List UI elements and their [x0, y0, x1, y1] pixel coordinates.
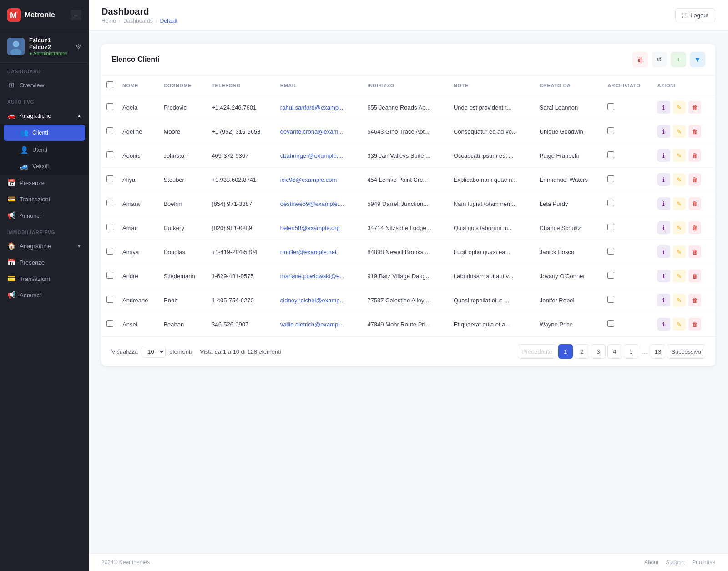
cell-archiviato — [603, 216, 652, 240]
edit-button[interactable]: ✎ — [673, 221, 686, 234]
sidebar-toggle-button[interactable]: ← — [71, 10, 81, 20]
refresh-button[interactable]: ↺ — [652, 52, 667, 67]
edit-button[interactable]: ✎ — [673, 197, 686, 210]
overview-icon: ⊞ — [7, 81, 15, 89]
sidebar-item-veicoli[interactable]: 🚙 Veicoli — [0, 158, 89, 175]
archived-checkbox[interactable] — [607, 272, 614, 279]
row-checkbox[interactable] — [106, 103, 113, 110]
breadcrumb-sep1: › — [119, 18, 121, 24]
sidebar-item-utenti[interactable]: 👤 Utenti — [0, 142, 89, 158]
row-checkbox[interactable] — [106, 151, 113, 158]
row-checkbox[interactable] — [106, 127, 113, 134]
sidebar-item-anagrafiche-imm[interactable]: 🏠 Anagrafiche ▼ — [0, 238, 89, 254]
delete-row-button[interactable]: 🗑 — [688, 270, 701, 282]
sidebar-item-label: Clienti — [32, 130, 48, 136]
row-checkbox[interactable] — [106, 224, 113, 230]
edit-button[interactable]: ✎ — [673, 173, 686, 186]
cell-checkbox — [101, 144, 118, 168]
info-button[interactable]: ℹ — [657, 197, 670, 210]
edit-button[interactable]: ✎ — [673, 101, 686, 114]
info-button[interactable]: ℹ — [657, 101, 670, 114]
delete-row-button[interactable]: 🗑 — [688, 101, 701, 114]
sidebar-item-annunci-imm[interactable]: 📢 Annunci — [0, 287, 89, 303]
archived-checkbox[interactable] — [607, 200, 614, 206]
archived-checkbox[interactable] — [607, 151, 614, 158]
sidebar-item-transazioni-auto[interactable]: 💳 Transazioni — [0, 191, 89, 207]
breadcrumb-dashboards[interactable]: Dashboards — [123, 18, 153, 24]
sidebar-item-transazioni-imm[interactable]: 💳 Transazioni — [0, 270, 89, 287]
info-button[interactable]: ℹ — [657, 173, 670, 186]
info-button[interactable]: ℹ — [657, 245, 670, 258]
footer-link-purchase[interactable]: Purchase — [692, 559, 715, 566]
cell-cognome: Beahan — [159, 312, 207, 336]
archived-checkbox[interactable] — [607, 103, 614, 110]
filter-button[interactable]: ▼ — [690, 52, 705, 67]
page-4-button[interactable]: 4 — [607, 344, 622, 359]
edit-button[interactable]: ✎ — [673, 125, 686, 138]
sidebar-item-clienti[interactable]: 👥 Clienti — [4, 125, 85, 141]
row-checkbox[interactable] — [106, 200, 113, 206]
sidebar-item-overview[interactable]: ⊞ Overview — [0, 77, 89, 93]
row-checkbox[interactable] — [106, 296, 113, 303]
calendar-icon: 📅 — [7, 179, 15, 187]
gear-icon[interactable]: ⚙ — [76, 43, 81, 50]
cell-archiviato — [603, 264, 652, 288]
page-dots: ... — [640, 348, 649, 355]
cell-telefono: (820) 981-0289 — [207, 216, 276, 240]
row-checkbox[interactable] — [106, 320, 113, 327]
add-button[interactable]: + — [671, 52, 686, 67]
archived-checkbox[interactable] — [607, 320, 614, 327]
sidebar-item-anagrafiche-auto[interactable]: 🚗 Anagrafiche ▲ — [0, 107, 89, 124]
breadcrumb-home[interactable]: Home — [101, 18, 116, 24]
info-button[interactable]: ℹ — [657, 294, 670, 306]
cell-archiviato — [603, 312, 652, 336]
info-button[interactable]: ℹ — [657, 221, 670, 234]
edit-button[interactable]: ✎ — [673, 245, 686, 258]
cell-archiviato — [603, 144, 652, 168]
archived-checkbox[interactable] — [607, 127, 614, 134]
delete-row-button[interactable]: 🗑 — [688, 197, 701, 210]
page-3-button[interactable]: 3 — [591, 344, 606, 359]
row-checkbox[interactable] — [106, 175, 113, 182]
delete-row-button[interactable]: 🗑 — [688, 221, 701, 234]
sidebar-item-label: Transazioni — [20, 275, 50, 282]
page-5-button[interactable]: 5 — [624, 344, 638, 359]
row-checkbox[interactable] — [106, 248, 113, 255]
page-2-button[interactable]: 2 — [575, 344, 589, 359]
select-all-checkbox[interactable] — [106, 81, 113, 88]
archived-checkbox[interactable] — [607, 175, 614, 182]
delete-row-button[interactable]: 🗑 — [688, 173, 701, 186]
logout-button[interactable]: ⬚ Logout — [675, 8, 715, 22]
edit-button[interactable]: ✎ — [673, 318, 686, 331]
sidebar-item-presenze-imm[interactable]: 📅 Presenze — [0, 254, 89, 270]
info-button[interactable]: ℹ — [657, 149, 670, 162]
sidebar-item-presenze-auto[interactable]: 📅 Presenze — [0, 175, 89, 191]
next-page-button[interactable]: Successivo — [667, 344, 705, 359]
archived-checkbox[interactable] — [607, 296, 614, 303]
delete-row-button[interactable]: 🗑 — [688, 149, 701, 162]
archived-checkbox[interactable] — [607, 248, 614, 255]
cell-telefono: +1.938.602.8741 — [207, 168, 276, 192]
footer-link-support[interactable]: Support — [666, 559, 685, 566]
delete-row-button[interactable]: 🗑 — [688, 294, 701, 306]
archived-checkbox[interactable] — [607, 224, 614, 230]
cell-note: Nam fugiat totam nem... — [449, 192, 535, 216]
info-button[interactable]: ℹ — [657, 318, 670, 331]
sidebar-item-annunci-auto[interactable]: 📢 Annunci — [0, 207, 89, 224]
edit-button[interactable]: ✎ — [673, 270, 686, 282]
delete-row-button[interactable]: 🗑 — [688, 318, 701, 331]
footer-link-about[interactable]: About — [644, 559, 658, 566]
page-1-button[interactable]: 1 — [558, 344, 573, 359]
edit-button[interactable]: ✎ — [673, 149, 686, 162]
delete-row-button[interactable]: 🗑 — [688, 245, 701, 258]
info-button[interactable]: ℹ — [657, 125, 670, 138]
delete-row-button[interactable]: 🗑 — [688, 125, 701, 138]
per-page-select[interactable]: 10 25 50 — [142, 346, 166, 358]
sidebar-user: Falcuz1 Falcuz2 ● Amministratore ⚙ — [0, 30, 89, 63]
page-13-button[interactable]: 13 — [651, 344, 665, 359]
info-button[interactable]: ℹ — [657, 270, 670, 282]
prev-page-button[interactable]: Precedente — [518, 344, 556, 359]
edit-button[interactable]: ✎ — [673, 294, 686, 306]
delete-button[interactable]: 🗑 — [632, 52, 648, 67]
row-checkbox[interactable] — [106, 272, 113, 279]
